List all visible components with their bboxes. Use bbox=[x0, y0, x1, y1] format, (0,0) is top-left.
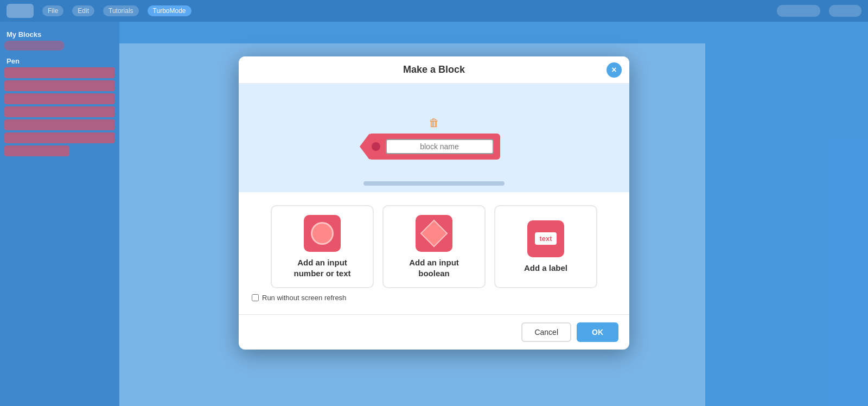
modal-backdrop: Make a Block × 🗑 bbox=[0, 0, 868, 406]
scroll-bar[interactable] bbox=[363, 181, 505, 186]
block-preview-area: 🗑 bbox=[239, 84, 629, 192]
close-button[interactable]: × bbox=[607, 62, 622, 78]
option-icon-label: text bbox=[527, 220, 564, 257]
make-a-block-dialog: Make a Block × 🗑 bbox=[239, 56, 629, 350]
no-refresh-label: Run without screen refresh bbox=[262, 294, 346, 302]
option-icon-boolean bbox=[416, 215, 452, 252]
text-icon: text bbox=[535, 232, 556, 245]
option-label-add-label: Add a label bbox=[524, 263, 567, 274]
checkbox-row: Run without screen refresh bbox=[252, 288, 616, 304]
scratch-block bbox=[368, 134, 500, 160]
option-add-label[interactable]: text Add a label bbox=[494, 205, 597, 288]
cancel-button[interactable]: Cancel bbox=[521, 322, 571, 342]
dialog-footer: Cancel OK bbox=[239, 314, 629, 350]
ok-button[interactable]: OK bbox=[577, 322, 618, 342]
scratch-block-body bbox=[368, 134, 500, 160]
diamond-icon bbox=[420, 220, 448, 248]
block-notch bbox=[372, 142, 380, 151]
scratch-block-wrapper: 🗑 bbox=[368, 117, 500, 160]
option-label-number-text: Add an input number or text bbox=[293, 257, 350, 278]
dialog-header: Make a Block × bbox=[239, 56, 629, 84]
circle-icon bbox=[311, 222, 334, 245]
option-input-boolean[interactable]: Add an input boolean bbox=[382, 205, 486, 288]
block-name-input[interactable] bbox=[386, 139, 494, 154]
option-input-number-text[interactable]: Add an input number or text bbox=[271, 205, 374, 288]
no-refresh-checkbox[interactable] bbox=[252, 294, 259, 301]
options-row: Add an input number or text Add an input… bbox=[252, 205, 616, 288]
trash-icon[interactable]: 🗑 bbox=[429, 117, 439, 129]
dialog-title: Make a Block bbox=[403, 64, 465, 75]
options-area: Add an input number or text Add an input… bbox=[239, 192, 629, 314]
option-label-boolean: Add an input boolean bbox=[409, 257, 459, 278]
option-icon-number-text bbox=[304, 215, 341, 252]
